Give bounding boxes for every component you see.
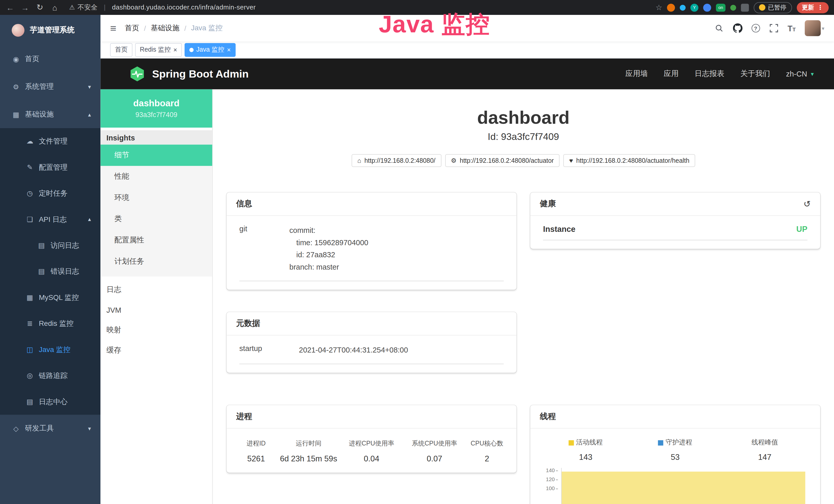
extension-icon-drop[interactable] <box>680 5 685 10</box>
sidebar-item-config-mgmt[interactable]: ✎ 配置管理 <box>0 154 101 180</box>
app-title: 芋道管理系统 <box>30 25 74 35</box>
active-tab-dot <box>189 47 194 52</box>
browser-url[interactable]: dashboard.yudao.iocoder.cn/infra/admin-s… <box>112 4 256 11</box>
instance-nav-beans[interactable]: 类 <box>101 208 212 230</box>
tab-home[interactable]: 首页 <box>110 43 133 57</box>
sidebar-item-file-mgmt[interactable]: ☁ 文件管理 <box>0 128 101 154</box>
instance-nav-config-props[interactable]: 配置属性 <box>101 230 212 251</box>
locale-selector[interactable]: zh-CN ▾ <box>786 70 814 78</box>
actuator-url-link[interactable]: ⚙ http://192.168.0.2:48080/actuator <box>445 154 559 167</box>
extension-icon-teal[interactable]: Y <box>690 3 698 11</box>
chevron-down-icon: ▾ <box>88 425 91 432</box>
breadcrumb-current: Java 监控 <box>191 23 223 33</box>
infrastructure-icon: ▦ <box>12 110 20 118</box>
instance-nav-logs[interactable]: 日志 <box>101 280 212 300</box>
tab-java-monitor[interactable]: Java 监控 × <box>185 43 236 57</box>
browser-update-button[interactable]: 更新 ⋮ <box>796 2 829 13</box>
breadcrumb-separator: / <box>144 24 146 32</box>
sidebar-item-home[interactable]: ◉ 首页 <box>0 45 101 73</box>
extension-icon-grid[interactable] <box>703 3 711 11</box>
service-url-link[interactable]: ⌂ http://192.168.0.2:48080/ <box>352 154 441 167</box>
sidebar-item-access-logs[interactable]: ▤ 访问日志 <box>0 232 101 258</box>
caret-down-icon: ▾ <box>822 25 824 31</box>
service-url-label: http://192.168.0.2:48080/ <box>365 157 435 164</box>
sidebar-item-log-center[interactable]: ▤ 日志中心 <box>0 389 101 415</box>
chevron-down-icon: ▾ <box>88 83 91 90</box>
sba-nav-wallboard[interactable]: 应用墙 <box>626 69 648 78</box>
sidebar-item-trace[interactable]: ◎ 链路追踪 <box>0 363 101 388</box>
breadcrumb-home[interactable]: 首页 <box>125 23 139 33</box>
font-size-icon[interactable]: TT <box>788 24 796 32</box>
help-icon[interactable]: ? <box>751 24 760 32</box>
warning-icon: ⚠ <box>69 4 75 11</box>
kebab-menu-icon[interactable]: ⋮ <box>817 4 824 11</box>
document-icon: ❏ <box>25 215 34 223</box>
health-card: 健康 ↺ Instance UP <box>530 192 820 249</box>
sidebar-item-system-mgmt[interactable]: ⚙ 系统管理 ▾ <box>0 73 101 101</box>
home-icon: ⌂ <box>357 157 361 164</box>
health-url-link[interactable]: ♥ http://192.168.0.2:48080/actuator/heal… <box>563 154 695 167</box>
wrench-icon: ⚙ <box>451 157 456 164</box>
process-stats: 进程ID 运行时间 进程CPU使用率 系统CPU使用率 CPU核心数 5261 … <box>235 436 508 465</box>
instance-nav-mappings[interactable]: 映射 <box>101 320 212 340</box>
sba-nav-journal[interactable]: 日志报表 <box>695 69 724 78</box>
heartbeat-icon: ♥ <box>569 157 573 164</box>
refresh-history-icon[interactable]: ↺ <box>804 199 811 209</box>
process-col-header: 运行时间 <box>277 439 340 448</box>
sidebar-item-java-monitor[interactable]: ◫ Java 监控 <box>0 337 101 363</box>
browser-reload-button[interactable]: ↻ <box>35 3 45 12</box>
metadata-card-title: 元数据 <box>236 318 260 328</box>
sba-nav-applications[interactable]: 应用 <box>664 69 679 78</box>
peak-threads-value: 147 <box>720 452 810 461</box>
security-warning[interactable]: ⚠ 不安全 <box>69 3 97 12</box>
instance-nav-scheduled-tasks[interactable]: 计划任务 <box>101 251 212 272</box>
tab-label: Java 监控 <box>196 45 224 54</box>
update-label: 更新 <box>802 3 814 11</box>
instance-nav-jvm[interactable]: JVM <box>101 300 212 320</box>
monitor-icon: ◫ <box>25 346 34 353</box>
sidebar-item-scheduled-jobs[interactable]: ◷ 定时任务 <box>0 180 101 206</box>
sidebar-item-api-logs[interactable]: ❏ API 日志 ▴ <box>0 206 101 232</box>
browser-forward-button[interactable]: → <box>20 3 30 12</box>
chevron-up-icon: ▴ <box>88 111 91 118</box>
tab-redis-monitor[interactable]: Redis 监控 × <box>135 43 182 57</box>
admin-sidebar: 芋道管理系统 ◉ 首页 ⚙ 系统管理 ▾ ▦ 基础设施 ▴ ☁ 文件管理 <box>0 15 101 504</box>
instance-nav-caches[interactable]: 缓存 <box>101 340 212 361</box>
close-icon[interactable]: × <box>227 46 231 53</box>
sidebar-item-dev-tools[interactable]: ◇ 研发工具 ▾ <box>0 415 101 442</box>
sba-nav-about[interactable]: 关于我们 <box>740 69 770 78</box>
tab-label: Redis 监控 <box>140 45 171 54</box>
sidebar-item-mysql-monitor[interactable]: ▦ MySQL 监控 <box>0 284 101 311</box>
breadcrumb-infrastructure[interactable]: 基础设施 <box>151 23 179 33</box>
paused-badge[interactable]: 已暂停 <box>753 2 792 13</box>
blue-legend-swatch <box>658 440 664 445</box>
close-icon[interactable]: × <box>173 46 177 53</box>
process-card-title: 进程 <box>236 412 252 421</box>
metadata-startup-row: startup 2021-04-27T00:44:31.254+08:00 <box>239 344 504 364</box>
extension-icon-orange[interactable] <box>667 3 675 11</box>
fullscreen-icon[interactable] <box>769 23 778 33</box>
browser-home-button[interactable]: ⌂ <box>50 3 60 12</box>
sidebar-item-error-logs[interactable]: ▤ 错误日志 <box>0 258 101 284</box>
extension-icon-leaf[interactable] <box>730 5 736 10</box>
github-icon[interactable] <box>733 23 742 33</box>
extension-icon-on[interactable]: on <box>716 3 725 11</box>
instance-nav-metrics[interactable]: 性能 <box>101 166 212 187</box>
system-cpu-usage: 0.07 <box>403 454 466 463</box>
sidebar-item-infrastructure[interactable]: ▦ 基础设施 ▴ <box>0 100 101 128</box>
breadcrumb: 首页 / 基础设施 / Java 监控 <box>125 23 223 33</box>
instance-nav-details[interactable]: 细节 <box>101 144 212 166</box>
extensions-puzzle-icon[interactable] <box>741 3 749 11</box>
browser-back-button[interactable]: ← <box>5 3 15 12</box>
sidebar-item-label: 定时任务 <box>39 188 68 198</box>
bookmark-star-icon[interactable]: ☆ <box>656 3 662 12</box>
instance-nav-environment[interactable]: 环境 <box>101 187 212 208</box>
hamburger-icon[interactable]: ≡ <box>110 22 116 35</box>
instance-header[interactable]: dashboard 93a3fc7f7409 <box>101 89 212 128</box>
info-git-row: git commit: time: 1596289704000 id: 27aa… <box>239 224 504 281</box>
sidebar-item-redis-monitor[interactable]: ≣ Redis 监控 <box>0 311 101 336</box>
search-icon[interactable] <box>714 23 724 33</box>
user-menu[interactable]: ▾ <box>805 20 825 36</box>
user-avatar[interactable] <box>805 20 821 36</box>
security-label: 不安全 <box>78 3 97 12</box>
